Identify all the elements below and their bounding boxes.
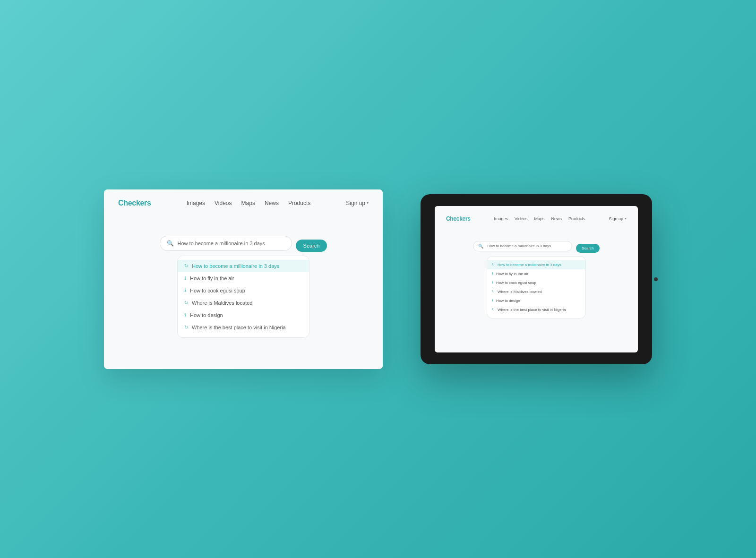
desktop-suggestions: ↻ How to become a millionaire in 3 days … bbox=[177, 256, 309, 338]
desktop-signup-label: Sign up bbox=[346, 200, 365, 206]
tablet-suggestion-3[interactable]: ↻ Where is Maldives located bbox=[487, 287, 585, 296]
desktop-suggestion-icon-2: ℹ bbox=[184, 288, 186, 293]
tablet-nav-products[interactable]: Products bbox=[568, 216, 585, 221]
desktop-nav-products[interactable]: Products bbox=[288, 200, 310, 206]
tablet-nav-images[interactable]: Images bbox=[494, 216, 508, 221]
tablet-suggestion-4[interactable]: ℹ How to design bbox=[487, 296, 585, 305]
tablet-home-button[interactable] bbox=[654, 277, 658, 281]
tablet-logo: Checkers bbox=[446, 215, 471, 222]
tablet-suggestion-2[interactable]: ℹ How to cook egusi soup bbox=[487, 278, 585, 287]
desktop-suggestion-1[interactable]: ℹ How to fly in the air bbox=[178, 272, 309, 284]
tablet-suggestion-text-5: Where is the best place to visit in Nige… bbox=[498, 308, 566, 312]
desktop-suggestion-text-0: How to become a millionaire in 3 days bbox=[192, 263, 279, 269]
tablet-search-input[interactable]: How to become a millionaire in 3 days bbox=[487, 244, 567, 248]
desktop-navbar: Checkers Images Videos Maps News Product… bbox=[118, 199, 369, 207]
desktop-nav-news[interactable]: News bbox=[265, 200, 279, 206]
tablet-search-area: 🔍 How to become a millionaire in 3 days … bbox=[446, 241, 627, 318]
desktop-nav-links: Images Videos Maps News Products bbox=[187, 200, 311, 206]
tablet-nav-maps[interactable]: Maps bbox=[534, 216, 544, 221]
tablet-search-box[interactable]: 🔍 How to become a millionaire in 3 days bbox=[473, 241, 572, 251]
desktop-search-ui: Checkers Images Videos Maps News Product… bbox=[104, 189, 383, 369]
tablet-search-button[interactable]: Search bbox=[576, 244, 599, 253]
desktop-suggestion-5[interactable]: ↻ Where is the best place to visit in Ni… bbox=[178, 321, 309, 334]
desktop-suggestion-4[interactable]: ℹ How to design bbox=[178, 309, 309, 321]
tablet-suggestion-text-2: How to cook egusi soup bbox=[496, 281, 536, 285]
desktop-suggestion-text-4: How to design bbox=[190, 312, 223, 318]
tablet-signup-label: Sign up bbox=[609, 216, 623, 221]
tablet-suggestion-icon-3: ↻ bbox=[492, 290, 495, 293]
desktop-mockup: Checkers Images Videos Maps News Product… bbox=[104, 189, 383, 369]
desktop-suggestion-icon-4: ℹ bbox=[184, 312, 186, 318]
tablet-suggestion-5[interactable]: ↻ Where is the best place to visit in Ni… bbox=[487, 305, 585, 314]
desktop-suggestion-icon-1: ℹ bbox=[184, 275, 186, 281]
tablet-search-icon: 🔍 bbox=[478, 244, 483, 249]
desktop-signup-chevron: ▾ bbox=[367, 201, 369, 205]
tablet-signup-button[interactable]: Sign up ▾ bbox=[609, 216, 627, 221]
tablet-suggestion-text-1: How to fly in the air bbox=[496, 272, 528, 276]
tablet-signup-chevron: ▾ bbox=[625, 216, 627, 221]
tablet-suggestion-1[interactable]: ℹ How to fly in the air bbox=[487, 269, 585, 278]
tablet-search-ui: Checkers Images Videos Maps News Product… bbox=[435, 206, 638, 352]
tablet-suggestion-icon-4: ℹ bbox=[492, 299, 493, 302]
tablet-suggestions: ↻ How to become a millionaire in 3 days … bbox=[487, 256, 586, 318]
tablet-suggestion-text-0: How to become a millionaire in 3 days bbox=[498, 263, 561, 267]
tablet-nav-videos[interactable]: Videos bbox=[515, 216, 527, 221]
tablet-screen: Checkers Images Videos Maps News Product… bbox=[435, 206, 638, 352]
desktop-nav-maps[interactable]: Maps bbox=[241, 200, 255, 206]
desktop-search-icon: 🔍 bbox=[167, 240, 174, 247]
desktop-nav-videos[interactable]: Videos bbox=[215, 200, 232, 206]
tablet-suggestion-text-4: How to design bbox=[496, 299, 520, 303]
tablet-mockup: Checkers Images Videos Maps News Product… bbox=[421, 194, 652, 364]
tablet-suggestion-icon-2: ℹ bbox=[492, 281, 493, 284]
desktop-suggestion-3[interactable]: ↻ Where is Maldives located bbox=[178, 297, 309, 309]
tablet-navbar: Checkers Images Videos Maps News Product… bbox=[446, 215, 627, 222]
desktop-search-area: 🔍 How to become a millionaire in 3 days … bbox=[118, 236, 369, 338]
desktop-suggestion-icon-3: ↻ bbox=[184, 300, 188, 305]
tablet-suggestion-icon-0: ↻ bbox=[492, 263, 495, 266]
tablet-suggestion-text-3: Where is Maldives located bbox=[498, 290, 541, 294]
tablet-suggestion-icon-1: ℹ bbox=[492, 272, 493, 275]
desktop-nav-images[interactable]: Images bbox=[187, 200, 205, 206]
tablet-nav-news[interactable]: News bbox=[551, 216, 562, 221]
desktop-logo: Checkers bbox=[118, 199, 151, 207]
desktop-suggestion-text-3: Where is Maldives located bbox=[192, 300, 252, 306]
tablet-suggestion-0[interactable]: ↻ How to become a millionaire in 3 days bbox=[487, 260, 585, 269]
tablet-suggestion-icon-5: ↻ bbox=[492, 308, 495, 311]
desktop-suggestion-text-5: Where is the best place to visit in Nige… bbox=[192, 325, 286, 330]
scene: Checkers Images Videos Maps News Product… bbox=[0, 0, 756, 558]
desktop-suggestion-icon-0: ↻ bbox=[184, 263, 188, 268]
desktop-search-row: 🔍 How to become a millionaire in 3 days … bbox=[160, 236, 327, 256]
desktop-search-box[interactable]: 🔍 How to become a millionaire in 3 days bbox=[160, 236, 292, 251]
desktop-suggestion-0[interactable]: ↻ How to become a millionaire in 3 days bbox=[178, 260, 309, 272]
desktop-signup-button[interactable]: Sign up ▾ bbox=[346, 200, 369, 206]
desktop-suggestion-2[interactable]: ℹ How to cook egusi soup bbox=[178, 284, 309, 297]
desktop-suggestion-icon-5: ↻ bbox=[184, 325, 188, 330]
desktop-suggestion-text-2: How to cook egusi soup bbox=[190, 288, 245, 293]
desktop-search-input[interactable]: How to become a millionaire in 3 days bbox=[178, 240, 285, 246]
tablet-nav-links: Images Videos Maps News Products bbox=[494, 216, 585, 221]
desktop-search-button[interactable]: Search bbox=[296, 240, 327, 252]
desktop-suggestion-text-1: How to fly in the air bbox=[190, 275, 234, 281]
tablet-search-row: 🔍 How to become a millionaire in 3 days … bbox=[473, 241, 599, 256]
